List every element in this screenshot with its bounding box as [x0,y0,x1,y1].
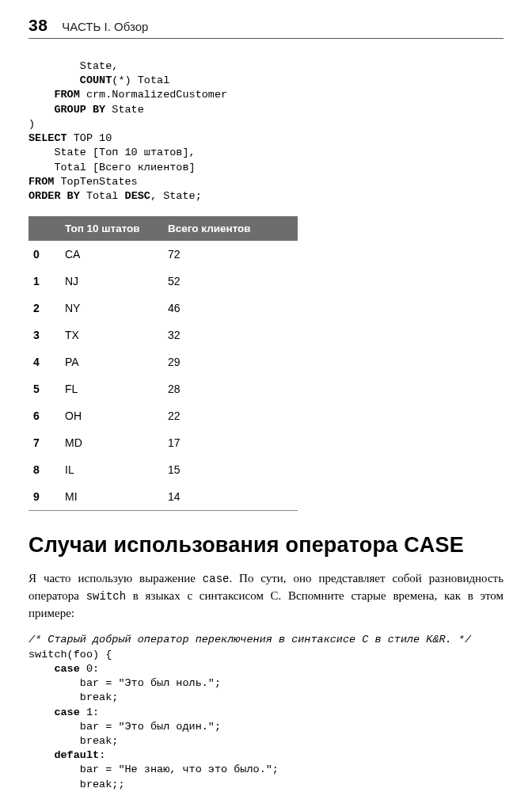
code-line [28,74,80,86]
row-state: MD [60,429,163,456]
row-state: NY [60,295,163,322]
code-line: bar = "Это был один."; [28,721,221,733]
row-total: 32 [163,322,298,348]
row-index: 9 [28,483,60,511]
code-line [28,663,54,675]
code-line: bar = "Не знаю, что это было."; [28,763,279,775]
code-line: crm.NormalizedCustomer [80,89,227,101]
code-line: 0: [80,663,99,675]
code-keyword: ORDER BY [28,190,80,202]
table-row: 6OH22 [28,402,298,429]
code-line [28,104,54,116]
code-line: switch(foo) { [28,649,112,661]
code-line: TopTenStates [54,176,137,188]
row-index: 5 [28,375,60,402]
code-line: State, [28,60,118,72]
table-header-row: Топ 10 штатов Всего клиентов [28,216,298,241]
row-state: OH [60,402,163,429]
row-total: 17 [163,429,298,456]
code-line: : [99,749,105,761]
table-row: 8IL15 [28,456,298,483]
sql-code-block: State, COUNT(*) Total FROM crm.Normalize… [28,59,504,204]
body-paragraph: Я часто использую выражение case. По сут… [28,570,504,622]
section-heading: Случаи использования оператора CASE [28,533,504,558]
page-number: 38 [28,16,48,35]
row-total: 52 [163,268,298,295]
row-total: 28 [163,375,298,402]
code-keyword: DESC [125,190,150,202]
code-keyword: default [54,749,99,761]
row-state: FL [60,375,163,402]
row-total: 14 [163,483,298,511]
code-keyword: FROM [28,176,54,188]
code-keyword: case [54,663,79,675]
code-line: break; [28,735,118,747]
table-row: 1NJ52 [28,268,298,295]
code-line: bar = "Это был ноль."; [28,677,221,689]
text: Я часто использую выражение [28,572,203,584]
row-total: 29 [163,348,298,375]
row-total: 22 [163,402,298,429]
row-index: 7 [28,429,60,456]
table-row: 7MD17 [28,429,298,456]
code-keyword: SELECT [28,132,67,144]
row-total: 46 [163,295,298,322]
row-state: NJ [60,268,163,295]
table-row: 2NY46 [28,295,298,322]
code-line: , State; [150,190,202,202]
table-row: 3TX32 [28,322,298,348]
row-state: CA [60,241,163,268]
code-line [28,89,54,101]
row-state: PA [60,348,163,375]
code-line [28,706,54,718]
code-line: break;; [28,779,125,790]
header-section: ЧАСТЬ I. Обзор [62,20,148,33]
code-line: State [105,104,144,116]
code-comment: /* Старый добрый оператор переключения в… [28,634,471,645]
code-keyword: FROM [54,89,79,101]
code-keyword: case [54,706,79,718]
code-line: (*) Total [112,74,169,86]
code-line: ) [28,118,35,130]
table-row: 5FL28 [28,375,298,402]
inline-code: switch [86,590,126,603]
code-line: 1: [80,706,99,718]
results-table: Топ 10 штатов Всего клиентов 0CA721NJ522… [28,216,298,511]
page: 38 ЧАСТЬ I. Обзор State, COUNT(*) Total … [0,0,532,792]
code-line: State [Топ 10 штатов], [28,147,196,158]
inline-code: case [203,573,230,585]
row-index: 6 [28,402,60,429]
row-total: 15 [163,456,298,483]
code-line: Total [80,190,125,202]
table-body: 0CA721NJ522NY463TX324PA295FL286OH227MD17… [28,241,298,511]
table-header-total: Всего клиентов [163,216,298,241]
row-index: 1 [28,268,60,295]
row-index: 3 [28,322,60,348]
row-state: IL [60,456,163,483]
row-total: 72 [163,241,298,268]
table-header-state: Топ 10 штатов [60,216,163,241]
code-line: break; [28,691,118,703]
code-line [28,749,54,761]
row-index: 0 [28,241,60,268]
code-line: Total [Всего клиентов] [28,162,196,173]
table-row: 9MI14 [28,483,298,511]
row-index: 2 [28,295,60,322]
code-line: TOP 10 [67,132,112,144]
table-header-index [28,216,60,241]
table-row: 0CA72 [28,241,298,268]
c-code-block: /* Старый добрый оператор переключения в… [28,633,504,792]
row-state: TX [60,322,163,348]
code-keyword: COUNT [80,74,112,86]
row-index: 4 [28,348,60,375]
row-state: MI [60,483,163,511]
code-keyword: GROUP BY [54,104,105,116]
row-index: 8 [28,456,60,483]
running-header: 38 ЧАСТЬ I. Обзор [28,16,504,39]
table-row: 4PA29 [28,348,298,375]
